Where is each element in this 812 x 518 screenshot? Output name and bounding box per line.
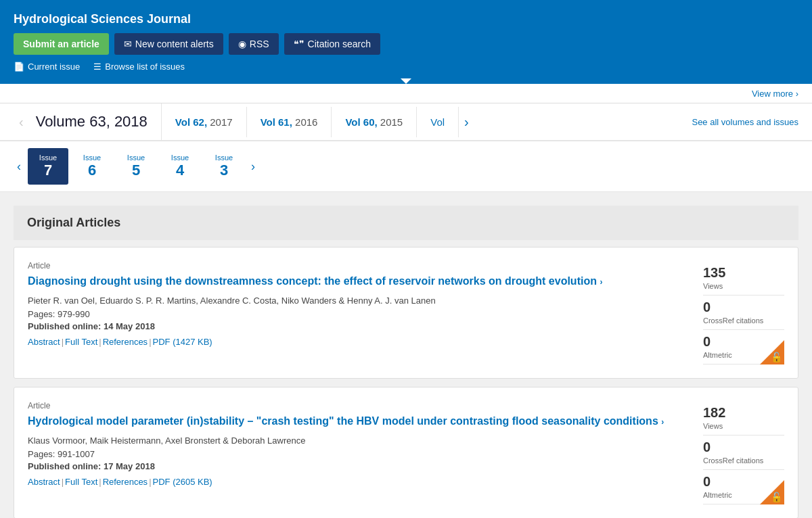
current-issue-icon: 📄 <box>14 62 24 72</box>
section-title: Original Articles <box>14 206 798 240</box>
fulltext-link-1[interactable]: Full Text <box>65 337 97 347</box>
new-content-alerts-button[interactable]: ✉ New content alerts <box>114 33 223 55</box>
citation-search-button[interactable]: ❝❞ Citation search <box>284 33 380 55</box>
article-main-1: Article Diagnosing drought using the dow… <box>28 261 690 364</box>
browse-icon: ☰ <box>93 62 102 72</box>
article-chevron-1: › <box>600 277 602 287</box>
open-access-badge-2: 🔓 <box>760 480 784 504</box>
article-type-2: Article <box>28 401 690 410</box>
volume-item-older[interactable]: Vol <box>417 107 459 137</box>
issue-item-4[interactable]: Issue 4 <box>160 148 200 185</box>
article-card-2: Article Hydrological model parameter (in… <box>14 387 798 518</box>
header-nav: 📄 Current issue ☰ Browse list of issues <box>14 62 798 77</box>
article-authors-2: Klaus Vormoor, Maik Heistermann, Axel Br… <box>28 435 690 446</box>
article-type-1: Article <box>28 261 690 270</box>
citation-icon: ❝❞ <box>294 39 304 49</box>
article-stats-2: 182 Views 0 CrossRef citations 0 Altmetr… <box>703 401 784 504</box>
rss-button[interactable]: ◉ RSS <box>229 33 279 55</box>
issue-item-6[interactable]: Issue 6 <box>72 148 112 185</box>
browse-issues-link[interactable]: ☰ Browse list of issues <box>93 62 185 77</box>
article-card-1: Article Diagnosing drought using the dow… <box>14 247 798 379</box>
email-icon: ✉ <box>124 39 132 49</box>
see-all-volumes-link[interactable]: See all volumes and issues <box>692 117 798 127</box>
crossref-stat-2: 0 CrossRef citations <box>703 435 784 470</box>
submit-article-button[interactable]: Submit an article <box>14 33 109 55</box>
issue-item-3[interactable]: Issue 3 <box>204 148 244 185</box>
header-actions: Submit an article ✉ New content alerts ◉… <box>14 33 798 62</box>
pdf-link-2[interactable]: PDF (2605 KB) <box>153 477 212 487</box>
article-chevron-2: › <box>661 417 664 427</box>
article-pages-2: Pages: 991-1007 <box>28 449 690 459</box>
views-stat-2: 182 Views <box>703 401 784 435</box>
fulltext-link-2[interactable]: Full Text <box>65 477 97 487</box>
issue-prev-button[interactable]: ‹ <box>14 156 24 177</box>
site-header: Hydrological Sciences Journal Submit an … <box>0 0 812 84</box>
references-link-2[interactable]: References <box>103 477 148 487</box>
article-title-2[interactable]: Hydrological model parameter (in)stabili… <box>28 414 690 429</box>
content-area: Original Articles Article Diagnosing dro… <box>0 192 812 518</box>
article-authors-1: Pieter R. van Oel, Eduardo S. P. R. Mart… <box>28 296 690 306</box>
pdf-link-1[interactable]: PDF (1427 KB) <box>153 337 212 347</box>
article-main-2: Article Hydrological model parameter (in… <box>28 401 690 504</box>
dropdown-indicator <box>401 78 411 84</box>
article-links-1: Abstract | Full Text | References | PDF … <box>28 337 690 347</box>
issue-navigation: ‹ Issue 7 Issue 6 Issue 5 Issue 4 Issue … <box>0 141 812 192</box>
view-more-link[interactable]: View more › <box>752 89 798 99</box>
volume-next-button[interactable]: › <box>459 108 474 137</box>
volume-prev-button[interactable]: ‹ <box>14 108 29 137</box>
open-access-badge-1: 🔓 <box>760 340 784 364</box>
journal-title: Hydrological Sciences Journal <box>14 7 798 33</box>
views-stat-1: 135 Views <box>703 261 784 296</box>
rss-icon: ◉ <box>238 39 246 49</box>
article-pages-1: Pages: 979-990 <box>28 309 690 319</box>
volume-list: Vol 62, 2017 Vol 61, 2016 Vol 60, 2015 V… <box>162 107 459 137</box>
references-link-1[interactable]: References <box>103 337 148 347</box>
article-title-1[interactable]: Diagnosing drought using the downstreamn… <box>28 274 690 289</box>
volume-navigation: ‹ Volume 63, 2018 Vol 62, 2017 Vol 61, 2… <box>0 103 812 141</box>
issue-next-button[interactable]: › <box>248 156 258 177</box>
current-issue-link[interactable]: 📄 Current issue <box>14 62 80 77</box>
article-published-1: Published online: 14 May 2018 <box>28 321 690 331</box>
current-volume: Volume 63, 2018 <box>29 103 162 140</box>
volume-item-60[interactable]: Vol 60, 2015 <box>332 107 417 137</box>
issue-item-5[interactable]: Issue 5 <box>116 148 156 185</box>
abstract-link-2[interactable]: Abstract <box>28 477 60 487</box>
crossref-stat-1: 0 CrossRef citations <box>703 296 784 330</box>
view-more-bar: View more › <box>0 84 812 103</box>
article-stats-1: 135 Views 0 CrossRef citations 0 Altmetr… <box>703 261 784 364</box>
issue-item-7[interactable]: Issue 7 <box>28 148 68 185</box>
abstract-link-1[interactable]: Abstract <box>28 337 60 347</box>
volume-item-61[interactable]: Vol 61, 2016 <box>247 107 332 137</box>
article-links-2: Abstract | Full Text | References | PDF … <box>28 477 690 487</box>
volume-item-62[interactable]: Vol 62, 2017 <box>162 107 247 137</box>
article-published-2: Published online: 17 May 2018 <box>28 461 690 471</box>
